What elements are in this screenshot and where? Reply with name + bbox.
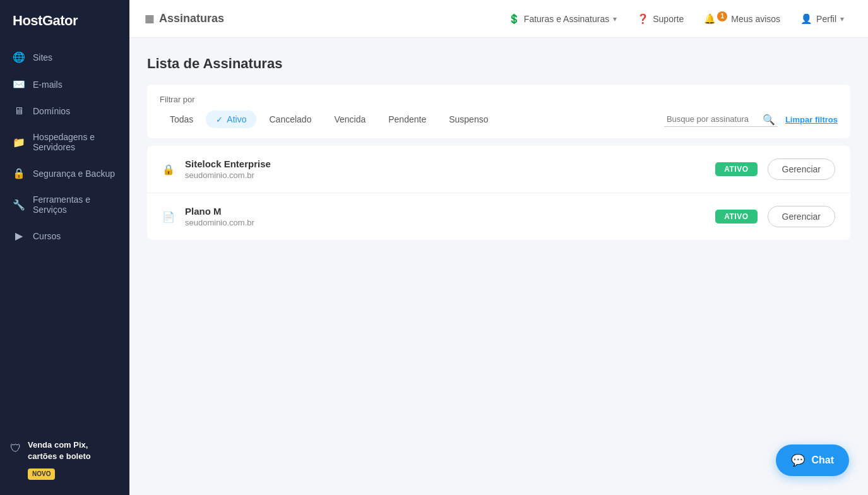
clear-filters-button[interactable]: Limpar filtros bbox=[785, 115, 838, 124]
search-icon: 🔍 bbox=[763, 114, 775, 126]
sidebar: HostGator 🌐 Sites ✉️ E-mails 🖥 Domínios … bbox=[0, 0, 129, 495]
sidebar-promo[interactable]: 🛡 Venda com Pix, cartões e boleto NOVO bbox=[0, 429, 129, 495]
table-row: 🔒 Sitelock Enterprise seudominio.com.br … bbox=[147, 146, 850, 193]
sub-domain: seudominio.com.br bbox=[185, 218, 705, 227]
filter-label: Filtrar por bbox=[160, 95, 838, 104]
sidebar-item-courses[interactable]: ▶ Cursos bbox=[5, 223, 124, 249]
tools-icon: 🔧 bbox=[13, 199, 25, 211]
content-area: Lista de Assinaturas Filtrar por Todas A… bbox=[129, 38, 868, 495]
notification-badge: 1 bbox=[717, 11, 727, 21]
sidebar-item-security[interactable]: 🔒 Segurança e Backup bbox=[5, 160, 124, 186]
bell-icon: 🔔 bbox=[704, 13, 716, 25]
folder-icon: 📄 bbox=[162, 211, 175, 223]
subscriptions-list: 🔒 Sitelock Enterprise seudominio.com.br … bbox=[147, 146, 850, 240]
nav-notifications-label: Meus avisos bbox=[731, 14, 780, 24]
chat-icon: 💬 bbox=[791, 453, 805, 467]
filter-bar: Filtrar por Todas Ativo Cancelado Vencid… bbox=[147, 85, 850, 138]
security-icon: 🔒 bbox=[13, 167, 25, 179]
sidebar-item-emails[interactable]: ✉️ E-mails bbox=[5, 71, 124, 97]
chevron-down-icon: ▾ bbox=[613, 15, 617, 23]
hosting-icon: 📁 bbox=[13, 136, 25, 148]
lock-icon: 🔒 bbox=[162, 164, 175, 176]
sidebar-item-label: Sites bbox=[33, 52, 52, 63]
sidebar-item-domains[interactable]: 🖥 Domínios bbox=[5, 98, 124, 124]
manage-button[interactable]: Gerenciar bbox=[768, 206, 835, 227]
nav-support[interactable]: ❓ Suporte bbox=[628, 8, 693, 30]
nav-profile[interactable]: 👤 Perfil ▾ bbox=[792, 8, 853, 30]
logo: HostGator bbox=[0, 0, 129, 44]
sidebar-item-label: Cursos bbox=[33, 231, 61, 241]
sidebar-item-tools[interactable]: 🔧 Ferramentas e Serviços bbox=[5, 188, 124, 222]
chat-label: Chat bbox=[811, 455, 834, 466]
topbar-nav: 💲 Faturas e Assinaturas ▾ ❓ Suporte 🔔 1 … bbox=[499, 8, 853, 30]
sub-name: Plano M bbox=[185, 206, 705, 217]
sub-info: Plano M seudominio.com.br bbox=[185, 206, 705, 227]
page-title-section: ▦ Assinaturas bbox=[145, 12, 224, 25]
sidebar-item-sites[interactable]: 🌐 Sites bbox=[5, 44, 124, 70]
filter-tabs: Todas Ativo Cancelado Vencida Pendente S… bbox=[160, 110, 498, 128]
badge-novo: NOVO bbox=[28, 468, 55, 480]
sidebar-item-label: Domínios bbox=[33, 106, 70, 116]
sites-icon: 🌐 bbox=[13, 51, 25, 63]
main-content: ▦ Assinaturas 💲 Faturas e Assinaturas ▾ … bbox=[129, 0, 868, 495]
profile-chevron-icon: ▾ bbox=[840, 15, 844, 23]
nav-support-label: Suporte bbox=[653, 14, 684, 24]
filter-tab-pending[interactable]: Pendente bbox=[378, 110, 436, 128]
nav-profile-label: Perfil bbox=[816, 14, 836, 24]
topbar: ▦ Assinaturas 💲 Faturas e Assinaturas ▾ … bbox=[129, 0, 868, 38]
sidebar-item-label: Hospedagens e Servidores bbox=[33, 132, 117, 152]
sidebar-item-label: Ferramentas e Serviços bbox=[33, 194, 117, 215]
support-icon: ❓ bbox=[637, 13, 649, 25]
sidebar-item-hosting[interactable]: 📁 Hospedagens e Servidores bbox=[5, 125, 124, 159]
sidebar-nav: 🌐 Sites ✉️ E-mails 🖥 Domínios 📁 Hospedag… bbox=[0, 44, 129, 429]
page-icon: ▦ bbox=[145, 13, 154, 25]
promo-title: Venda com Pix, cartões e boleto bbox=[28, 439, 119, 462]
nav-billing-label: Faturas e Assinaturas bbox=[524, 14, 609, 24]
courses-icon: ▶ bbox=[13, 230, 25, 242]
sub-info: Sitelock Enterprise seudominio.com.br bbox=[185, 158, 705, 180]
nav-billing[interactable]: 💲 Faturas e Assinaturas ▾ bbox=[499, 8, 626, 30]
sidebar-item-label: E-mails bbox=[33, 80, 62, 90]
filter-tab-suspended[interactable]: Suspenso bbox=[439, 110, 498, 128]
filter-search: 🔍 Limpar filtros bbox=[664, 112, 838, 127]
list-title: Lista de Assinaturas bbox=[147, 56, 850, 72]
search-input[interactable] bbox=[664, 112, 778, 127]
filter-tab-active[interactable]: Ativo bbox=[206, 110, 256, 128]
sub-domain: seudominio.com.br bbox=[185, 170, 705, 180]
sub-name: Sitelock Enterprise bbox=[185, 158, 705, 169]
nav-notifications[interactable]: 🔔 1 Meus avisos bbox=[695, 8, 789, 30]
sidebar-item-label: Segurança e Backup bbox=[33, 169, 115, 179]
user-icon: 👤 bbox=[800, 13, 812, 25]
search-wrap: 🔍 bbox=[664, 112, 778, 127]
billing-icon: 💲 bbox=[508, 13, 520, 25]
chat-button[interactable]: 💬 Chat bbox=[776, 444, 849, 476]
status-badge: ATIVO bbox=[715, 162, 757, 176]
manage-button[interactable]: Gerenciar bbox=[768, 158, 835, 180]
filter-tab-canceled[interactable]: Cancelado bbox=[259, 110, 321, 128]
domains-icon: 🖥 bbox=[13, 105, 25, 117]
filter-tab-expired[interactable]: Vencida bbox=[324, 110, 376, 128]
table-row: 📄 Plano M seudominio.com.br ATIVO Gerenc… bbox=[147, 193, 850, 240]
promo-icon: 🛡 bbox=[10, 441, 21, 456]
status-badge: ATIVO bbox=[715, 210, 757, 224]
page-title: Assinaturas bbox=[159, 12, 224, 25]
emails-icon: ✉️ bbox=[13, 78, 25, 90]
filter-tab-all[interactable]: Todas bbox=[160, 110, 203, 128]
